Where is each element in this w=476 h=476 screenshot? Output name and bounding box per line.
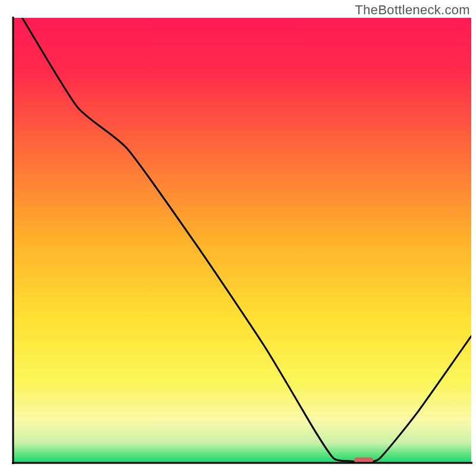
- watermark-text: TheBottleneck.com: [355, 2, 470, 18]
- chart-svg: [0, 0, 476, 476]
- plot-area: [12, 17, 472, 464]
- gradient-background: [13, 18, 471, 463]
- bottleneck-chart: TheBottleneck.com: [0, 0, 476, 476]
